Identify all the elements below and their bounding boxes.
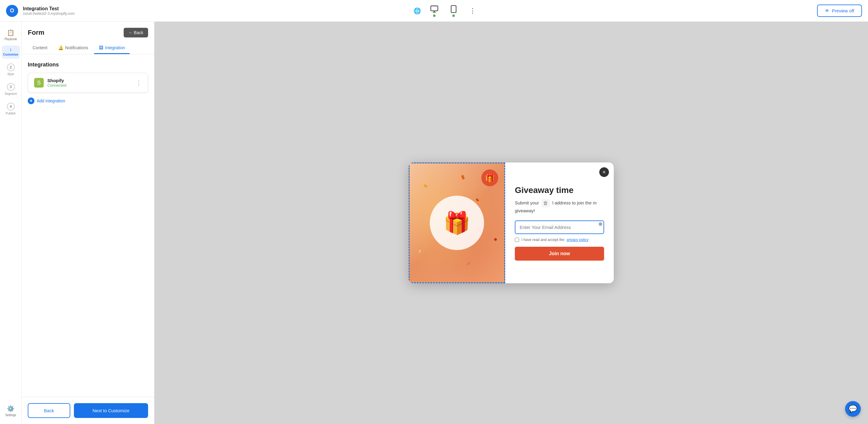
sidebar-item-style[interactable]: 2 Style: [2, 61, 20, 78]
shopify-integration-card: S Shopify Connected ⋮: [28, 73, 148, 93]
publish-label: Publish: [6, 112, 16, 115]
header-center: 🌐 ⋮: [79, 3, 812, 19]
preview-off-button[interactable]: 👁 Preview off: [817, 4, 862, 17]
segment-label: Segment: [4, 92, 17, 95]
content-tab-label: Content: [33, 45, 48, 50]
subtitle-p3: giveaway!: [515, 208, 535, 213]
privacy-checkbox[interactable]: [515, 238, 519, 242]
tab-integration[interactable]: 🖼 Integration: [94, 42, 130, 54]
gift-circle: 🎁: [430, 196, 484, 250]
site-url: coruh-livetest2-3.myshopify.com: [23, 11, 74, 16]
settings-icon: ⚙️: [7, 405, 14, 412]
tab-content[interactable]: Content: [28, 42, 52, 54]
more-menu-button[interactable]: ⋮: [467, 4, 478, 17]
svg-rect-3: [451, 5, 456, 12]
sidebar-item-customize[interactable]: 1 Customize: [2, 46, 20, 59]
integration-icon: 🖼: [99, 45, 103, 50]
footer-back-button[interactable]: Back: [28, 403, 70, 418]
mobile-device-button[interactable]: [447, 3, 460, 19]
integrations-title: Integrations: [28, 62, 148, 68]
shopify-more-button[interactable]: ⋮: [136, 79, 142, 86]
email-field-wrapper: [515, 221, 604, 234]
customize-step-circle: 1: [10, 48, 11, 52]
playbook-icon: 📋: [7, 29, 14, 36]
popup-container: 🎁 🎁 × Giveaway time Submit your 🗑 l addr…: [409, 163, 614, 283]
site-name: Integration Test: [23, 6, 74, 11]
sidebar-item-settings[interactable]: ⚙️ Settings: [2, 402, 20, 419]
tab-notifications[interactable]: 🔔 Notifications: [53, 42, 93, 54]
site-info: Integration Test coruh-livetest2-3.mysho…: [23, 6, 74, 16]
delete-inline-icon[interactable]: 🗑: [541, 199, 550, 207]
style-label: Style: [7, 73, 14, 76]
nav-sidebar: 📋 Playbook 1 Customize 2 Style 3 Segment…: [0, 22, 22, 424]
popup-right-panel: × Giveaway time Submit your 🗑 l address …: [505, 163, 614, 283]
form-panel-header: Form ← Back: [22, 22, 154, 37]
add-integration-icon: +: [28, 97, 34, 104]
chat-bubble-button[interactable]: 💬: [845, 401, 861, 417]
integration-tab-label: Integration: [105, 45, 125, 50]
join-now-button[interactable]: Join now: [515, 247, 604, 261]
segment-step-num: 3: [7, 83, 15, 91]
shopify-name: Shopify: [48, 78, 132, 83]
add-integration-label: Add integration: [37, 98, 65, 103]
badge-gift-emoji: 🎁: [485, 173, 495, 183]
field-indicator: [599, 222, 602, 226]
sidebar-item-segment[interactable]: 3 Segment: [2, 81, 20, 98]
notifications-tab-label: Notifications: [65, 45, 88, 50]
header-right: 👁 Preview off: [817, 4, 862, 17]
mobile-status-dot: [453, 15, 455, 17]
publish-step-num: 4: [7, 103, 15, 111]
customize-label: Customize: [3, 53, 19, 56]
privacy-policy-link[interactable]: privacy policy: [567, 238, 588, 242]
back-button-top[interactable]: ← Back: [124, 28, 148, 37]
settings-label: Settings: [5, 414, 16, 417]
subtitle-p1: Submit your: [515, 200, 539, 205]
form-panel-content: Integrations S Shopify Connected ⋮ + Add…: [22, 54, 154, 397]
gift-emoji: 🎁: [443, 210, 470, 236]
playbook-label: Playbook: [4, 37, 17, 41]
shopify-icon: S: [34, 78, 44, 88]
popup-title: Giveaway time: [515, 185, 604, 195]
close-popup-button[interactable]: ×: [599, 167, 609, 177]
privacy-text: I have read and accept the: [522, 238, 564, 242]
sidebar-item-publish[interactable]: 4 Publish: [2, 100, 20, 117]
form-panel: Form ← Back Content 🔔 Notifications 🖼 In…: [22, 22, 154, 424]
shopify-info: Shopify Connected: [48, 78, 132, 88]
form-panel-footer: Back Next to Customize: [22, 397, 154, 424]
popup-left-panel: 🎁 🎁: [409, 163, 505, 283]
close-icon: ×: [602, 169, 606, 175]
main-layout: 📋 Playbook 1 Customize 2 Style 3 Segment…: [0, 22, 868, 424]
gift-badge: 🎁: [482, 169, 498, 186]
app-logo: O: [6, 5, 18, 17]
shopify-status: Connected: [48, 83, 132, 88]
preview-area: 🎁 🎁 × Giveaway time Submit your 🗑 l addr…: [154, 22, 868, 424]
desktop-status-dot: [433, 15, 435, 17]
add-integration-button[interactable]: + Add integration: [28, 97, 148, 104]
form-title: Form: [28, 29, 44, 36]
eye-icon: 👁: [825, 8, 829, 13]
chat-icon: 💬: [848, 405, 858, 413]
subtitle-p2: l address to join the m: [552, 200, 596, 205]
globe-icon: 🌐: [413, 7, 421, 15]
sidebar-item-playbook[interactable]: 📋 Playbook: [2, 27, 20, 43]
svg-rect-0: [431, 6, 438, 10]
footer-next-button[interactable]: Next to Customize: [74, 403, 148, 418]
preview-btn-label: Preview off: [832, 8, 854, 13]
bell-icon: 🔔: [58, 45, 63, 50]
popup-subtitle: Submit your 🗑 l address to join the m gi…: [515, 199, 604, 215]
header: O Integration Test coruh-livetest2-3.mys…: [0, 0, 868, 22]
privacy-row: I have read and accept the privacy polic…: [515, 238, 604, 242]
email-input[interactable]: [516, 221, 603, 233]
form-tabs: Content 🔔 Notifications 🖼 Integration: [22, 37, 154, 54]
style-step-num: 2: [7, 63, 15, 71]
desktop-device-button[interactable]: [428, 3, 440, 19]
